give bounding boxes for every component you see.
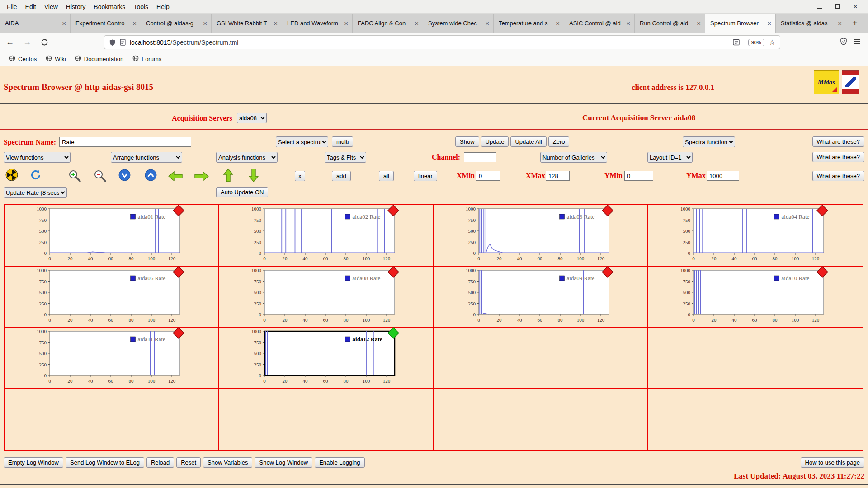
tab-fadc-align-con[interactable]: FADC Align & Con×	[353, 14, 423, 33]
menu-help[interactable]: Help	[152, 1, 174, 12]
channel-input[interactable]	[464, 152, 496, 162]
add-button[interactable]: add	[332, 171, 351, 181]
shield-menu-icon[interactable]	[840, 38, 847, 47]
how-to-use-button[interactable]: How to use this page	[801, 457, 864, 468]
arrow-left-icon[interactable]	[168, 171, 183, 181]
spectrum-cell-aida06[interactable]: 02505007501000020406080100120aida06 Rate	[5, 267, 219, 328]
shield-icon[interactable]	[109, 39, 116, 46]
tab-spectrum-browser[interactable]: Spectrum Browser×	[705, 14, 776, 33]
reload-button[interactable]	[37, 35, 52, 50]
analysis-functions-dropdown[interactable]: Analysis functions	[216, 152, 278, 163]
tab-close-icon[interactable]: ×	[484, 19, 491, 27]
bookmark-star-icon[interactable]: ☆	[769, 38, 775, 47]
tab-system-wide-chec[interactable]: System wide Chec×	[423, 14, 494, 33]
bookmark-wiki[interactable]: Wiki	[41, 54, 71, 64]
tab-experiment-contro[interactable]: Experiment Contro×	[71, 14, 141, 33]
acquisition-server-select[interactable]: aida08	[237, 113, 267, 123]
xmin-input[interactable]	[476, 171, 500, 181]
zoom-out-icon[interactable]	[93, 169, 107, 182]
close-window-button[interactable]: ×	[852, 3, 859, 10]
reload-button[interactable]: Reload	[146, 457, 174, 468]
layout-id-dropdown[interactable]: Layout ID=1	[647, 152, 693, 163]
spectrum-cell-aida01[interactable]: 02505007501000020406080100120aida01 Rate	[5, 205, 219, 267]
spectrum-cell-aida10[interactable]: 02505007501000020406080100120aida10 Rate	[648, 267, 863, 328]
menu-tools[interactable]: Tools	[129, 1, 152, 12]
tags-and-fits-dropdown[interactable]: Tags & Fits	[325, 152, 366, 163]
tab-close-icon[interactable]: ×	[836, 19, 843, 27]
update-button[interactable]: Update	[481, 136, 509, 147]
tab-gsi-white-rabbit-t[interactable]: GSI White Rabbit T×	[212, 14, 282, 33]
menu-view[interactable]: View	[40, 1, 62, 12]
hamburger-menu-icon[interactable]	[854, 38, 861, 47]
spectrum-cell-aida03[interactable]: 02505007501000020406080100120aida03 Rate	[434, 205, 648, 267]
tab-run-control-aid[interactable]: Run Control @ aid×	[635, 14, 705, 33]
tab-close-icon[interactable]: ×	[61, 19, 67, 27]
spectrum-cell-aida02[interactable]: 02505007501000020406080100120aida02 Rate	[219, 205, 434, 267]
spectrum-cell-aida08[interactable]: 02505007501000020406080100120aida08 Rate	[219, 267, 434, 328]
what-are-these-button-2[interactable]: What are these?	[812, 152, 864, 162]
tab-close-icon[interactable]: ×	[554, 19, 561, 27]
menu-history[interactable]: History	[62, 1, 90, 12]
send-log-window-to-elog-button[interactable]: Send Log Window to ELog	[66, 457, 144, 468]
spectrum-cell-aida12[interactable]: 02505007501000020406080100120aida12 Rate	[219, 328, 434, 389]
page-info-icon[interactable]	[120, 39, 126, 46]
tab-close-icon[interactable]: ×	[695, 19, 702, 27]
ymin-input[interactable]	[624, 171, 653, 181]
circle-up-icon[interactable]	[145, 169, 157, 181]
tab-control-aidas-g[interactable]: Control @ aidas-g×	[141, 14, 212, 33]
linear-button[interactable]: linear	[414, 171, 437, 181]
tab-close-icon[interactable]: ×	[413, 19, 420, 27]
tab-statistics-aidas[interactable]: Statistics @ aidas×	[776, 14, 846, 33]
menu-bookmarks[interactable]: Bookmarks	[90, 1, 129, 12]
tab-close-icon[interactable]: ×	[202, 19, 208, 27]
show-button[interactable]: Show	[455, 136, 479, 147]
refresh-icon[interactable]	[30, 169, 42, 181]
tab-asic-control-aid[interactable]: ASIC Control @ aid×	[564, 14, 635, 33]
all-button[interactable]: all	[379, 171, 394, 181]
circle-down-icon[interactable]	[118, 169, 131, 181]
bookmark-centos[interactable]: Centos	[5, 54, 41, 64]
bookmark-forums[interactable]: Forums	[128, 54, 166, 64]
update-all-button[interactable]: Update All	[510, 136, 546, 147]
number-of-galleries-dropdown[interactable]: Number of Galleries	[540, 152, 607, 163]
spectrum-name-input[interactable]	[59, 137, 191, 147]
tab-close-icon[interactable]: ×	[131, 19, 138, 27]
arrow-right-icon[interactable]	[194, 171, 209, 181]
zero-button[interactable]: Zero	[548, 136, 570, 147]
spectrum-cell-aida04[interactable]: 02505007501000020406080100120aida04 Rate	[648, 205, 863, 267]
what-are-these-button-3[interactable]: What are these?	[812, 171, 864, 181]
new-tab-button[interactable]: +	[846, 14, 863, 33]
menu-edit[interactable]: Edit	[21, 1, 40, 12]
arrow-down-icon[interactable]	[249, 169, 259, 182]
spectra-functions-dropdown[interactable]: Spectra functions	[683, 136, 735, 147]
enable-logging-button[interactable]: Enable Logging	[315, 457, 364, 468]
show-log-window-button[interactable]: Show Log Window	[255, 457, 312, 468]
tab-close-icon[interactable]: ×	[766, 19, 773, 27]
menu-file[interactable]: File	[3, 1, 21, 12]
forward-button[interactable]: →	[20, 35, 34, 50]
back-button[interactable]: ←	[3, 35, 17, 50]
multi-button[interactable]: multi	[332, 136, 353, 147]
reset-button[interactable]: Reset	[176, 457, 201, 468]
spectrum-cell-aida09[interactable]: 02505007501000020406080100120aida09 Rate	[434, 267, 648, 328]
bookmark-documentation[interactable]: Documentation	[71, 54, 128, 64]
tab-close-icon[interactable]: ×	[625, 19, 632, 27]
minimize-button[interactable]	[816, 3, 823, 10]
tab-temperature-and-s[interactable]: Temperature and s×	[494, 14, 564, 33]
tab-led-and-waveform[interactable]: LED and Waveform×	[282, 14, 353, 33]
tab-aida[interactable]: AIDA×	[0, 14, 71, 33]
x-button[interactable]: x	[295, 171, 305, 181]
select-a-spectrum-dropdown[interactable]: Select a spectrum	[276, 136, 328, 147]
url-bar[interactable]: localhost:8015/Spectrum/Spectrum.tml 90%…	[104, 35, 780, 49]
spectrum-cell-aida11[interactable]: 02505007501000020406080100120aida11 Rate	[5, 328, 219, 389]
zoom-in-icon[interactable]	[68, 169, 81, 182]
ymax-input[interactable]	[707, 171, 739, 181]
view-functions-dropdown[interactable]: View functions	[4, 152, 71, 163]
auto-update-button[interactable]: Auto Update ON	[216, 187, 268, 197]
xmax-input[interactable]	[546, 171, 570, 181]
what-are-these-button-1[interactable]: What are these?	[812, 136, 864, 147]
arrange-functions-dropdown[interactable]: Arrange functions	[111, 152, 182, 163]
empty-log-window-button[interactable]: Empty Log Window	[4, 457, 63, 468]
radiation-icon[interactable]	[5, 169, 18, 181]
reader-mode-icon[interactable]	[733, 39, 740, 46]
